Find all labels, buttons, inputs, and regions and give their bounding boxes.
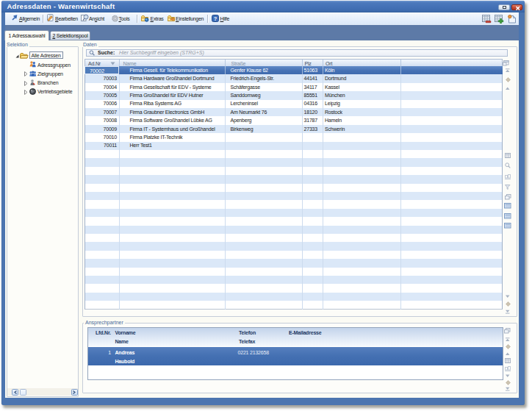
svg-text:?: ? [213, 15, 217, 21]
